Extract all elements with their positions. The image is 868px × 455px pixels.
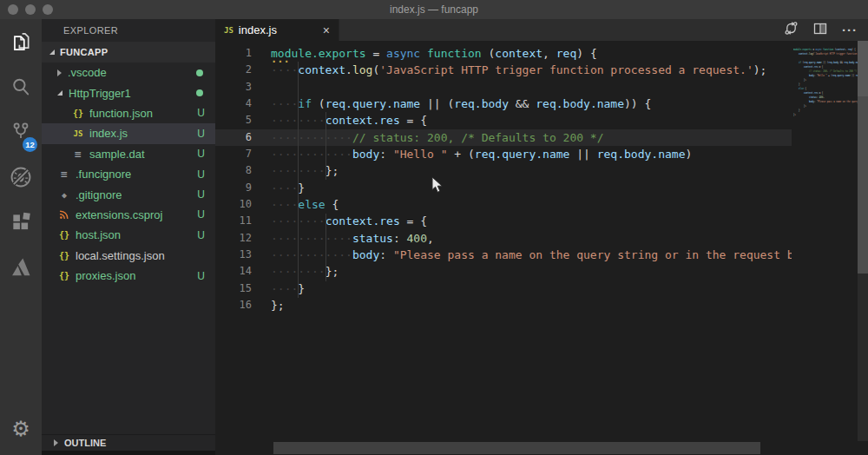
azure-icon[interactable]: [0, 245, 42, 290]
code-line-2[interactable]: 2····context.log('JavaScript HTTP trigge…: [215, 62, 792, 78]
file-name: proxies.json: [76, 269, 135, 282]
line-number: 15: [215, 280, 252, 297]
git-status-badge: U: [197, 229, 205, 241]
editor-actions: ···: [784, 19, 868, 41]
line-number: 7: [215, 146, 252, 162]
file-row-sample.dat[interactable]: ≡sample.datU: [42, 144, 215, 164]
line-number: 11: [215, 213, 252, 229]
file-name: .gitignore: [76, 188, 122, 201]
horizontal-scrollbar-thumb[interactable]: [273, 442, 760, 454]
code-line-13[interactable]: 13············body: "Please pass a name …: [215, 247, 792, 263]
lint-hint-dots: ···: [271, 56, 290, 68]
file-name: function.json: [89, 107, 153, 120]
file-row-host.json[interactable]: {}host.jsonU: [42, 225, 215, 245]
file-row-.gitignore[interactable]: ◆.gitignoreU: [42, 184, 215, 204]
code-content: 1module.exports = async function (contex…: [215, 45, 792, 314]
git-status-badge: U: [197, 188, 205, 201]
git-status-badge: U: [197, 270, 205, 282]
chevron-collapsed-icon: [57, 69, 62, 76]
split-editor-icon[interactable]: [813, 22, 827, 39]
activity-bar: 12 ⚙: [0, 19, 42, 455]
xml-file-icon: [57, 209, 71, 220]
code-line-8[interactable]: 8········};: [215, 162, 792, 179]
vscode-window: index.js — funcapp 12: [0, 0, 868, 455]
scm-pending-changes-badge: 12: [23, 137, 37, 152]
js-file-icon: JS: [71, 129, 85, 138]
git-file-icon: ◆: [57, 190, 71, 200]
tab-bar: JS index.js × ···: [215, 19, 868, 41]
json-file-icon: {}: [71, 109, 85, 118]
file-name: host.json: [76, 228, 121, 241]
js-file-icon: JS: [224, 26, 233, 35]
minimap[interactable]: module.exports = async function (context…: [792, 41, 858, 441]
file-row-local.settings.json[interactable]: {}local.settings.json: [42, 246, 215, 266]
line-number: 5: [215, 112, 252, 129]
git-status-badge: U: [197, 168, 205, 181]
file-row-extensions.csproj[interactable]: extensions.csprojU: [42, 205, 215, 225]
code-line-7[interactable]: 7············body: "Hello " + (req.query…: [215, 146, 792, 162]
code-line-4[interactable]: 4····if (req.query.name || (req.body && …: [215, 96, 792, 112]
title-bar: index.js — funcapp: [0, 0, 868, 19]
tab-label: index.js: [239, 23, 277, 36]
file-name: .funcignore: [76, 168, 131, 181]
line-number: 4: [215, 96, 252, 112]
code-line-15[interactable]: 15····}: [215, 280, 792, 297]
line-number: 1: [215, 45, 252, 62]
line-number: 3: [215, 79, 252, 96]
sidebar-bottom-strip: [42, 451, 215, 455]
file-name: local.settings.json: [76, 249, 165, 262]
lines-file-icon: ≡: [71, 148, 85, 161]
code-line-5[interactable]: 5········context.res = {: [215, 112, 792, 129]
extensions-icon[interactable]: [0, 200, 42, 245]
line-number: 13: [215, 247, 252, 263]
explorer-sidebar: EXPLORER FUNCAPP .vscodeHttpTrigger1{}fu…: [42, 19, 215, 455]
file-row-index.js[interactable]: JSindex.jsU: [42, 123, 215, 143]
code-line-16[interactable]: 16};: [215, 297, 792, 313]
chevron-expanded-icon: [49, 49, 55, 55]
editor-group: JS index.js × ··· 1module.exports = asyn…: [215, 19, 868, 455]
horizontal-scrollbar[interactable]: [215, 441, 868, 455]
explorer-icon[interactable]: [0, 19, 42, 64]
file-row-.funcignore[interactable]: ≡.funcignoreU: [42, 164, 215, 184]
code-line-10[interactable]: 10····else {: [215, 196, 792, 213]
git-status-badge: U: [197, 148, 205, 160]
file-name: .vscode: [68, 66, 107, 79]
line-number: 8: [215, 162, 252, 179]
line-number: 16: [215, 297, 252, 313]
json-file-icon: {}: [57, 251, 71, 260]
close-tab-icon[interactable]: ×: [323, 24, 330, 36]
outline-label: OUTLINE: [64, 438, 106, 448]
line-number: 10: [215, 196, 252, 213]
search-icon[interactable]: [0, 64, 42, 109]
debug-icon[interactable]: [0, 155, 42, 200]
lines-file-icon: ≡: [57, 168, 71, 181]
line-number: 6: [215, 129, 252, 146]
tab-index-js[interactable]: JS index.js ×: [215, 19, 339, 41]
git-status-badge: U: [197, 128, 205, 140]
sync-changes-icon[interactable]: [784, 21, 799, 39]
window-title: index.js — funcapp: [0, 3, 868, 16]
code-line-11[interactable]: 11········context.res = {: [215, 213, 792, 229]
workspace-section-header[interactable]: FUNCAPP: [42, 42, 215, 63]
json-file-icon: {}: [57, 271, 71, 280]
line-number: 14: [215, 263, 252, 280]
code-editor[interactable]: 1module.exports = async function (contex…: [215, 41, 868, 455]
outline-section-header[interactable]: OUTLINE: [42, 434, 215, 451]
file-row-HttpTrigger1[interactable]: HttpTrigger1: [42, 82, 215, 102]
file-row-.vscode[interactable]: .vscode: [42, 63, 215, 82]
file-name: sample.dat: [89, 148, 145, 161]
code-line-6[interactable]: 6············// status: 200, /* Defaults…: [215, 129, 792, 146]
file-name: HttpTrigger1: [69, 87, 131, 100]
code-line-3[interactable]: 3: [215, 79, 792, 96]
source-control-icon[interactable]: 12: [0, 109, 42, 155]
sidebar-title: EXPLORER: [42, 19, 215, 42]
vertical-scrollbar[interactable]: [858, 41, 868, 441]
settings-gear-icon[interactable]: ⚙: [0, 415, 42, 455]
file-row-proxies.json[interactable]: {}proxies.jsonU: [42, 266, 215, 286]
code-line-9[interactable]: 9····}: [215, 180, 792, 196]
code-line-14[interactable]: 14········};: [215, 263, 792, 280]
file-row-function.json[interactable]: {}function.jsonU: [42, 103, 215, 123]
code-line-12[interactable]: 12············status: 400,: [215, 230, 792, 247]
chevron-collapsed-icon: [54, 439, 58, 446]
code-line-1[interactable]: 1module.exports = async function (contex…: [215, 45, 792, 62]
